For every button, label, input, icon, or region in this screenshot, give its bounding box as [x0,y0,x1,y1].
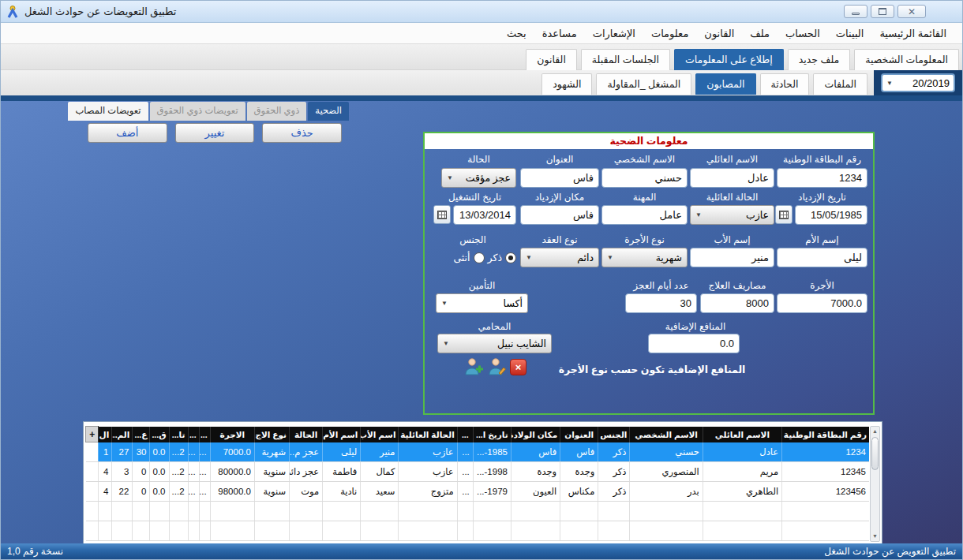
grid-cell: 1985-... [473,442,511,462]
grid-column-header[interactable]: اسم الأم [323,427,361,442]
grid-column-header[interactable]: ... [457,427,473,442]
extra-benefits-field[interactable] [648,334,740,353]
case-tab-3[interactable]: المشغل _المقاولة [596,73,691,95]
main-tab-2[interactable]: إطلاع على المعلومات [674,49,784,70]
menu-item-5[interactable]: معلومات [643,24,696,43]
victim-tab-1[interactable]: ذوي الحقوق [247,102,307,121]
hire-date-calendar-button[interactable] [433,205,451,224]
grid-column-header[interactable]: اسم الأب [361,427,399,442]
grid-column-header[interactable]: نوع الاج... [254,427,289,442]
first-name-field[interactable] [601,168,688,188]
scroll-down-icon[interactable]: ▼ [871,532,879,541]
first-name-label: الاسم الشخصي [601,154,688,165]
marital-status-dropdown[interactable]: عازب ▼ [690,205,774,225]
contract-type-dropdown[interactable]: دائم ▼ [520,248,599,267]
delete-button[interactable]: حذف [262,123,342,143]
grid-cell: 2... [169,442,188,462]
close-button[interactable]: ✕ [897,5,926,18]
table-row[interactable]: 1234عادلحسنيذكرفاسفاس1985-......عازبمنير… [86,442,870,462]
birth-place-field[interactable] [520,205,599,225]
wage-field[interactable] [777,293,867,313]
grid-add-row-button[interactable]: + [86,427,99,442]
main-tab-1[interactable]: ملف جديد [788,49,851,70]
grid-cell: ... [199,442,210,462]
edit-person-button[interactable] [487,357,507,375]
disability-days-field[interactable] [625,293,697,313]
grid-column-header[interactable]: تا... [169,427,188,442]
case-tab-0[interactable]: الملفات [813,73,867,95]
grid-column-header[interactable]: الحالة العائلية [399,427,457,442]
lawyer-dropdown[interactable]: الشايب نبيل ▼ [437,334,552,353]
change-button[interactable]: تغيير [175,123,255,143]
menu-item-6[interactable]: الإشعارات [585,24,643,43]
grid-column-header[interactable]: العنوان [560,427,598,442]
gender-female-radio[interactable] [474,252,485,263]
hire-date-field[interactable] [453,205,516,225]
grid-column-header[interactable]: ع... [133,427,150,442]
victim-tab-0[interactable]: الضحية [308,102,349,121]
grid-row-margin [86,482,99,502]
family-name-field[interactable] [690,168,774,188]
grid-column-header[interactable]: الم... [112,427,133,442]
menu-item-0[interactable]: القائمة الرئيسية [871,24,954,43]
menu-item-2[interactable]: الحساب [778,24,828,43]
grid-column-header[interactable]: ... [199,427,210,442]
case-tab-1[interactable]: الحادثة [760,73,810,95]
add-button[interactable]: أضف [88,123,167,143]
wage-type-dropdown[interactable]: شهرية ▼ [601,248,688,267]
father-name-field[interactable] [690,248,774,267]
address-field[interactable] [520,168,599,188]
grid-column-header[interactable]: تاريخ ا... [473,427,511,442]
main-tab-3[interactable]: الجلسات المقبلة [581,49,670,70]
victim-tab-2[interactable]: تعويضات ذوي الحقوق [150,102,245,121]
grid-column-header[interactable]: ... [188,427,199,442]
menu-item-7[interactable]: مساعدة [534,24,585,43]
main-tab-0[interactable]: المعلومات الشخصية [854,49,959,70]
menu-item-8[interactable]: بحث [499,24,534,43]
menu-item-1[interactable]: البينات [828,24,872,43]
lawyer-value: الشايب نبيل [452,338,546,349]
grid-column-header[interactable]: ق... [150,427,169,442]
status-dropdown[interactable]: عجز مؤقت ▼ [441,168,516,188]
app-window: تطبيق التعويضات عن حوادث الشغل ✕ القائمة… [0,0,963,560]
birth-date-calendar-button[interactable] [775,205,793,224]
table-row[interactable]: 12345مريمالمنصوريذكروجدةوجدة1998-......ع… [86,462,870,482]
grid-cell: حسني [630,442,703,462]
main-tab-4[interactable]: القانون [526,49,577,70]
scroll-up-icon[interactable]: ▲ [871,427,879,436]
national-id-field[interactable] [777,168,867,188]
add-person-button[interactable] [464,357,484,375]
insurance-dropdown[interactable]: أكسا ▼ [436,293,528,313]
table-row[interactable]: 123456الطاهريبدرذكرمكناسالعيون1979-.....… [86,482,870,502]
profession-field[interactable] [601,205,688,225]
birth-date-field[interactable] [795,205,867,225]
treatment-costs-field[interactable] [700,293,774,313]
scrollbar-thumb[interactable] [871,437,879,470]
grid-cell: 2... [169,462,188,482]
remove-person-button[interactable]: × [510,359,526,375]
menu-item-4[interactable]: القانون [696,24,742,43]
gender-male-radio[interactable] [505,252,516,263]
grid-scrollbar[interactable]: ▲ ▼ [870,426,880,542]
case-number-combobox[interactable]: 20/2019 ▼ [881,73,955,92]
grid-column-header[interactable]: الاجرة [210,427,254,442]
grid-column-header[interactable]: الحالة [290,427,323,442]
victim-tab-3[interactable]: تعويضات المصاب [68,102,148,121]
case-tab-2[interactable]: المصابون [695,73,755,95]
menu-item-3[interactable]: ملف [742,24,778,43]
grid-column-header[interactable]: رقم البطاقة الوطنية [782,427,869,442]
grid-column-header[interactable]: ال [99,427,112,442]
case-tab-4[interactable]: الشهود [541,73,592,95]
grid-cell: 0.0 [150,442,169,462]
grid-cell: 4 [99,482,112,502]
grid-cell: 0 [133,462,150,482]
main-tab-strip: المعلومات الشخصيةملف جديدإطلاع على المعل… [1,44,962,70]
grid-column-header[interactable]: مكان الولادة [511,427,560,442]
minimize-button[interactable] [844,5,867,18]
mother-name-field[interactable] [777,248,867,267]
grid-column-header[interactable]: الاسم العائلي [703,427,781,442]
grid-column-header[interactable]: الجنس [598,427,630,442]
maximize-button[interactable] [871,5,894,18]
grid-column-header[interactable]: الاسم الشخصي [630,427,703,442]
grid-cell: 123456 [782,482,869,502]
